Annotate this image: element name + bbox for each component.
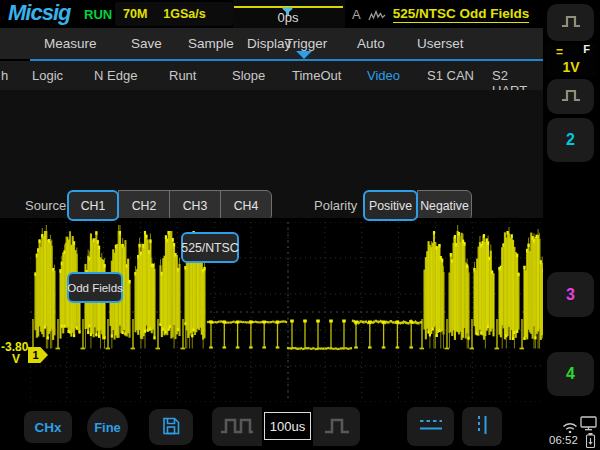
tab-video[interactable]: Video	[367, 68, 400, 83]
menu-item-measure[interactable]: Measure	[44, 36, 97, 51]
acquisition-info-box[interactable]: 70M 1GSa/s	[115, 2, 233, 26]
save-floppy-icon	[161, 416, 181, 439]
bottom-toolbar: CHx Fine 100us	[0, 405, 543, 450]
channel3-button[interactable]: 3	[547, 272, 594, 317]
waveform-plot[interactable]	[30, 222, 546, 402]
pulse-icon	[559, 87, 583, 107]
vertical-cursors-icon	[472, 414, 492, 439]
sidebar-trigger-menu-button[interactable]	[547, 4, 594, 41]
top-bar: Micsig RUN 70M 1GSa/s 0ps A 525/NTSC Odd…	[0, 0, 543, 28]
tab-slope[interactable]: Slope	[232, 68, 265, 83]
ch1-offset-unit: V	[8, 352, 24, 366]
trigger-source-label: A	[352, 7, 361, 22]
save-button[interactable]	[149, 409, 193, 445]
horizontal-cursors-icon	[416, 415, 446, 438]
ch1-coupling-symbol: =	[556, 45, 563, 59]
tab-timeout[interactable]: TimeOut	[292, 68, 341, 83]
tab-n-edge[interactable]: N Edge	[94, 68, 137, 83]
channel2-button[interactable]: 2	[547, 118, 594, 162]
menu-item-trigger[interactable]: Trigger	[285, 36, 327, 51]
external-display-icon[interactable]	[580, 416, 597, 431]
right-sidebar: = F 1V 2 3 4	[543, 0, 600, 450]
oscilloscope-screen: Micsig RUN 70M 1GSa/s 0ps A 525/NTSC Odd…	[0, 0, 600, 450]
run-status-indicator[interactable]: RUN	[84, 7, 112, 22]
menu-item-sample[interactable]: Sample	[188, 36, 234, 51]
fine-adjust-button[interactable]: Fine	[87, 407, 128, 448]
tab-s1-can[interactable]: S1 CAN	[427, 68, 474, 83]
clock-time: 06:52	[549, 434, 583, 446]
timebase-zoom-out-button[interactable]	[212, 407, 262, 446]
menu-item-save[interactable]: Save	[131, 36, 162, 51]
wifi-icon[interactable]	[562, 420, 578, 433]
trigger-position-value: 0ps	[233, 10, 343, 25]
single-pulse-icon	[322, 414, 352, 439]
timebase-value[interactable]: 100us	[264, 412, 311, 440]
battery-icon	[585, 432, 596, 449]
polarity-button-group: Positive Negative	[363, 190, 472, 221]
source-option-ch3[interactable]: CH3	[169, 190, 221, 221]
source-button-group: CH1 CH2 CH3 CH4	[67, 190, 272, 221]
menu-item-userset[interactable]: Userset	[417, 36, 464, 51]
ch1-bandwidth-flag: F	[583, 43, 590, 55]
trigger-mode-label: 525/NTSC Odd Fields	[393, 6, 530, 23]
pulse-train-icon	[219, 414, 255, 439]
horizontal-cursors-button[interactable]	[407, 407, 454, 446]
channel1-info-box[interactable]: = F 1V	[546, 43, 596, 77]
sample-rate-value: 1GSa/s	[163, 7, 205, 21]
standard-option-525ntsc[interactable]: 525/NTSC	[181, 232, 239, 263]
ch1-scale-value: 1V	[546, 59, 596, 75]
source-option-ch2[interactable]: CH2	[118, 190, 170, 221]
vertical-cursors-button[interactable]	[462, 407, 502, 446]
trigger-type-tabbar: h Logic N Edge Runt Slope TimeOut Video …	[0, 61, 543, 90]
bandwidth-value: 70M	[123, 7, 147, 21]
polarity-label: Polarity	[314, 198, 357, 213]
main-menu-bar: Measure Save Sample Display Trigger Auto…	[0, 28, 543, 59]
tab-partial-left[interactable]: h	[1, 68, 8, 83]
waveform-display-area[interactable]: -3.80 V 1	[0, 218, 543, 405]
sidebar-trigger-settings-button[interactable]	[547, 79, 594, 114]
tab-logic[interactable]: Logic	[32, 68, 63, 83]
trigger-waveform-icon	[368, 8, 386, 21]
tab-runt[interactable]: Runt	[169, 68, 196, 83]
source-option-ch1[interactable]: CH1	[67, 190, 119, 221]
polarity-option-negative[interactable]: Negative	[417, 190, 472, 221]
trigger-position-control[interactable]: 0ps	[233, 0, 345, 28]
trigger-status[interactable]: A 525/NTSC Odd Fields	[352, 6, 529, 23]
video-trigger-settings-panel: Source CH1 CH2 CH3 CH4 Polarity Positive…	[0, 90, 543, 218]
channel-select-button[interactable]: CHx	[24, 411, 72, 443]
timebase-zoom-in-button[interactable]	[313, 407, 360, 446]
channel4-button[interactable]: 4	[547, 352, 594, 396]
menu-item-auto[interactable]: Auto	[357, 36, 385, 51]
brand-logo: Micsig	[8, 0, 70, 26]
trigger-option-odd-fields[interactable]: Odd Fields	[67, 272, 123, 303]
pulse-icon	[559, 13, 583, 33]
polarity-option-positive[interactable]: Positive	[363, 190, 418, 221]
source-label: Source	[25, 198, 66, 213]
source-option-ch4[interactable]: CH4	[220, 190, 272, 221]
active-menu-caret-icon	[296, 51, 312, 59]
